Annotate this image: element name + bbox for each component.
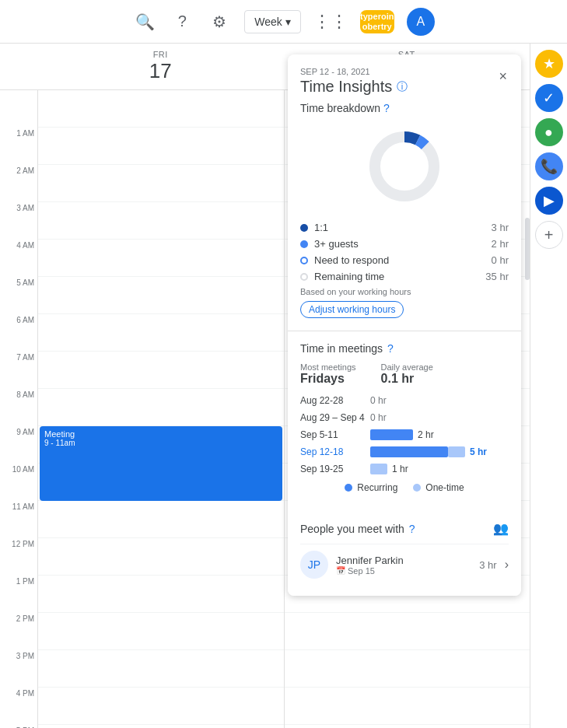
people-info-icon: ? [409, 523, 415, 535]
people-section: People you meet with ? 👥 JP Jennifer Par… [288, 510, 521, 596]
breakdown-legend: 1:1 3 hr 3+ guests 2 hr Need to respond … [300, 222, 509, 282]
legend-item-three-plus: 3+ guests 2 hr [300, 238, 509, 250]
person-row-jennifer[interactable]: JP Jennifer Parkin 📅 Sep 15 3 hr › [300, 544, 509, 585]
most-meetings-label: Most meetings [300, 362, 356, 372]
sidebar-icon-phone[interactable]: 📞 [535, 152, 563, 180]
person-name: Jennifer Parkin [336, 555, 471, 566]
help-icon[interactable]: ? [170, 9, 194, 34]
day-col-fri[interactable]: Meeting 9 - 11am [37, 90, 284, 728]
workspace-button[interactable]: typeroinobertry [360, 10, 394, 33]
bar-row-sep19: Sep 19-25 1 hr [300, 464, 509, 474]
dropdown-arrow-icon: ▾ [285, 16, 291, 28]
breakdown-title: Time breakdown ? [300, 102, 509, 114]
week-label: Week [254, 16, 282, 28]
sidebar-icon-meet[interactable]: ▶ [535, 187, 563, 215]
person-info-jennifer: Jennifer Parkin 📅 Sep 15 [336, 555, 471, 576]
legend-entry-onetime: One-time [413, 482, 464, 493]
legend-dot-one-on-one [300, 224, 308, 232]
bar-sep19-onetime [370, 464, 387, 474]
bar-row-sep5: Sep 5-11 2 hr [300, 429, 509, 440]
legend-dot-need-respond [300, 257, 308, 264]
bar-sep5-recurring [370, 429, 413, 440]
legend-item-one-on-one: 1:1 3 hr [300, 222, 509, 233]
most-meetings-value: Fridays [300, 372, 356, 386]
chevron-right-icon[interactable]: › [505, 558, 509, 572]
people-title: People you meet with ? 👥 [300, 521, 509, 536]
daily-average-value: 0.1 hr [381, 372, 433, 386]
close-button[interactable]: × [497, 67, 509, 86]
event-time: 9 - 11am [44, 439, 278, 447]
bar-row-sep12: Sep 12-18 5 hr [300, 446, 509, 457]
donut-chart [300, 124, 509, 209]
legend-recurring-label: Recurring [357, 482, 397, 493]
person-hours: 3 hr [479, 559, 496, 571]
svg-point-0 [375, 137, 434, 196]
legend-entry-recurring: Recurring [345, 482, 397, 493]
adjust-working-hours-button[interactable]: Adjust working hours [300, 301, 404, 318]
bar-sep12-recurring [370, 446, 448, 457]
meetings-info-icon: ? [387, 342, 394, 355]
event-title: Meeting [44, 429, 278, 439]
sidebar-icon-star[interactable]: ★ [535, 50, 563, 78]
person-date: 📅 Sep 15 [336, 566, 471, 576]
legend-circle-recurring [345, 484, 352, 492]
toolbar: 🔍 ? ⚙ Week ▾ ⋮⋮ typeroinobertry A [0, 0, 567, 44]
breakdown-section: Time breakdown ? 1:1 3 hr [288, 102, 521, 331]
based-text: Based on your working hours [300, 287, 509, 296]
avatar[interactable]: A [407, 8, 435, 36]
insights-header: SEP 12 - 18, 2021 Time Insights ⓘ × [288, 54, 521, 102]
search-icon[interactable]: 🔍 [132, 9, 157, 34]
insights-title: Time Insights ⓘ [300, 78, 408, 96]
breakdown-info-icon: ? [383, 102, 390, 114]
legend-onetime-label: One-time [425, 482, 464, 493]
bar-chart-legend: Recurring One-time [300, 482, 509, 493]
meetings-title: Time in meetings ? [300, 342, 509, 355]
bar-row-aug22: Aug 22-28 0 hr [300, 395, 509, 406]
legend-circle-onetime [413, 484, 421, 492]
info-icon: ⓘ [397, 80, 408, 94]
meetings-meta: Most meetings Fridays Daily average 0.1 … [300, 362, 509, 386]
legend-item-need-respond: Need to respond 0 hr [300, 254, 509, 266]
right-sidebar: ★ ✓ ● 📞 ▶ + [530, 44, 567, 728]
bar-row-aug29: Aug 29 – Sep 4 0 hr [300, 412, 509, 423]
insights-panel: SEP 12 - 18, 2021 Time Insights ⓘ × Time… [288, 54, 521, 596]
meetings-section: Time in meetings ? Most meetings Fridays… [288, 331, 521, 504]
week-selector[interactable]: Week ▾ [244, 10, 301, 33]
scroll-drag[interactable] [525, 218, 530, 280]
daily-average-label: Daily average [381, 362, 433, 372]
people-add-icon[interactable]: 👥 [493, 521, 509, 536]
bar-sep12-onetime [448, 446, 465, 457]
legend-item-remaining: Remaining time 35 hr [300, 271, 509, 282]
settings-icon[interactable]: ⚙ [207, 9, 232, 34]
legend-dot-three-plus [300, 240, 308, 248]
sidebar-icon-check[interactable]: ✓ [535, 84, 563, 112]
sidebar-add-button[interactable]: + [535, 221, 563, 249]
day-header-fri: FRI 17 [37, 44, 284, 89]
insights-date: SEP 12 - 18, 2021 [300, 67, 408, 76]
time-labels: 1 AM 2 AM 3 AM 4 AM 5 AM 6 AM 7 AM 8 AM … [0, 90, 37, 728]
sidebar-icon-map[interactable]: ● [535, 118, 563, 146]
grid-view-icon[interactable]: ⋮⋮ [313, 12, 348, 32]
person-avatar-jennifer: JP [300, 551, 328, 579]
legend-dot-remaining [300, 273, 308, 281]
meeting-event[interactable]: Meeting 9 - 11am [40, 426, 282, 501]
